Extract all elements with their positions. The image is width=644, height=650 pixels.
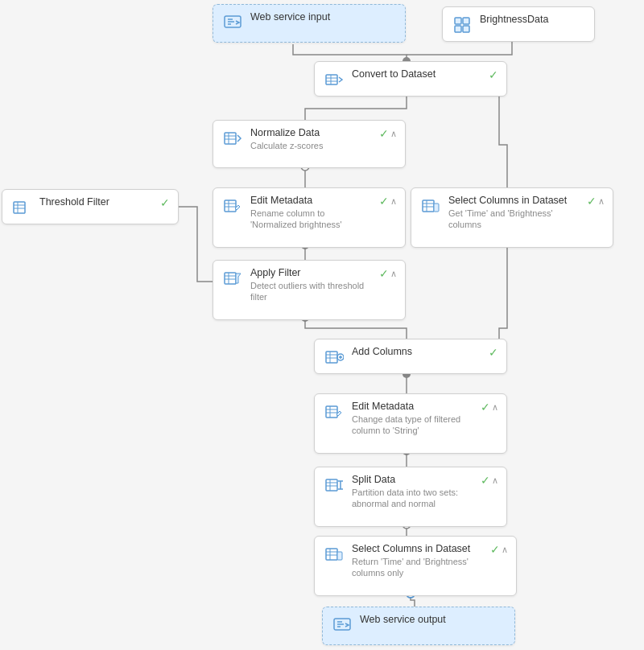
split-data-subtitle: Partition data into two sets:abnormal an…	[352, 487, 471, 510]
split-data-check: ✓	[481, 474, 490, 487]
add-columns-title: Add Columns	[352, 346, 479, 357]
web-service-input-icon	[221, 11, 244, 34]
select-columns-2-collapse[interactable]: ∧	[502, 545, 508, 555]
convert-dataset-icon	[323, 68, 345, 91]
add-columns-status: ✓	[485, 346, 498, 359]
svg-rect-14	[455, 26, 461, 32]
add-columns-check: ✓	[489, 346, 498, 359]
edit-metadata-1-status: ✓ ∧	[376, 195, 397, 208]
web-service-input-node[interactable]: Web service input	[213, 4, 406, 43]
convert-dataset-status: ✓	[485, 68, 498, 81]
web-service-output-content: Web service output	[360, 614, 506, 627]
threshold-filter-status: ✓	[157, 196, 170, 209]
edit-metadata-1-node[interactable]: Edit Metadata Rename column to'Normalize…	[213, 187, 406, 248]
add-columns-content: Add Columns	[352, 346, 479, 359]
workflow-canvas: Web service input BrightnessData	[0, 0, 644, 650]
select-columns-1-title: Select Columns in Dataset	[448, 195, 577, 206]
convert-to-dataset-node[interactable]: Convert to Dataset ✓	[314, 61, 507, 97]
select-columns-2-subtitle: Return 'Time' and 'Brightness'columns on…	[352, 556, 481, 579]
edit-metadata-2-subtitle: Change data type of filteredcolumn to 'S…	[352, 413, 471, 437]
normalize-data-node[interactable]: Normalize Data Calculate z-scores ✓ ∧	[213, 120, 406, 168]
brightness-data-content: BrightnessData	[480, 14, 586, 27]
select-columns-1-collapse[interactable]: ∧	[598, 196, 605, 207]
apply-filter-title: Apply Filter	[250, 267, 369, 278]
select-columns-2-content: Select Columns in Dataset Return 'Time' …	[352, 543, 481, 579]
edit-metadata-1-icon	[221, 195, 244, 217]
svg-rect-32	[423, 200, 434, 212]
svg-rect-48	[326, 406, 337, 418]
svg-rect-36	[434, 204, 439, 212]
select-columns-1-status: ✓ ∧	[584, 195, 605, 208]
svg-rect-37	[225, 273, 236, 284]
normalize-data-icon	[221, 127, 244, 150]
select-columns-2-icon	[323, 543, 345, 566]
apply-filter-node[interactable]: Apply Filter Detect outliers with thresh…	[213, 260, 406, 320]
brightness-data-title: BrightnessData	[480, 14, 586, 25]
edit-metadata-1-check: ✓	[379, 195, 389, 208]
add-columns-icon	[323, 346, 345, 368]
select-columns-2-status: ✓ ∧	[487, 543, 508, 556]
svg-rect-15	[463, 26, 469, 32]
select-columns-1-icon	[419, 195, 442, 217]
split-data-collapse[interactable]: ∧	[492, 475, 498, 486]
apply-filter-collapse[interactable]: ∧	[390, 269, 397, 279]
edit-metadata-2-collapse[interactable]: ∧	[492, 402, 498, 413]
split-data-title: Split Data	[352, 474, 471, 485]
threshold-filter-icon	[10, 196, 33, 219]
threshold-filter-node[interactable]: Threshold Filter ✓	[2, 189, 179, 224]
edit-metadata-2-title: Edit Metadata	[352, 401, 471, 412]
svg-rect-60	[337, 552, 342, 560]
convert-dataset-check: ✓	[489, 68, 498, 81]
apply-filter-subtitle: Detect outliers with thresholdfilter	[250, 280, 369, 303]
web-service-output-node[interactable]: Web service output	[322, 607, 515, 645]
select-columns-2-node[interactable]: Select Columns in Dataset Return 'Time' …	[314, 536, 517, 596]
split-data-icon	[323, 474, 345, 496]
svg-rect-52	[326, 479, 337, 491]
apply-filter-check: ✓	[379, 267, 389, 280]
add-columns-node[interactable]: Add Columns ✓	[314, 339, 507, 374]
normalize-data-collapse[interactable]: ∧	[390, 129, 397, 139]
split-data-content: Split Data Partition data into two sets:…	[352, 474, 471, 510]
split-data-node[interactable]: Split Data Partition data into two sets:…	[314, 467, 507, 527]
select-columns-1-check: ✓	[587, 195, 597, 208]
web-service-input-title: Web service input	[250, 11, 397, 23]
normalize-data-title: Normalize Data	[250, 127, 369, 138]
svg-rect-20	[225, 133, 236, 144]
select-columns-1-subtitle: Get 'Time' and 'Brightness'columns	[448, 208, 577, 231]
convert-dataset-content: Convert to Dataset	[352, 68, 479, 81]
web-service-input-content: Web service input	[250, 11, 397, 24]
svg-rect-24	[14, 202, 25, 213]
edit-metadata-2-check: ✓	[481, 401, 490, 413]
brightness-data-icon	[451, 14, 473, 36]
web-service-output-icon	[331, 614, 353, 636]
edit-metadata-2-content: Edit Metadata Change data type of filter…	[352, 401, 471, 437]
select-columns-1-content: Select Columns in Dataset Get 'Time' and…	[448, 195, 577, 231]
select-columns-1-node[interactable]: Select Columns in Dataset Get 'Time' and…	[411, 187, 613, 248]
web-service-output-title: Web service output	[360, 614, 506, 625]
split-data-status: ✓ ∧	[477, 474, 498, 487]
normalize-data-status: ✓ ∧	[376, 127, 397, 140]
normalize-data-content: Normalize Data Calculate z-scores	[250, 127, 369, 151]
svg-rect-41	[326, 352, 337, 363]
svg-rect-12	[455, 18, 461, 24]
edit-metadata-1-title: Edit Metadata	[250, 195, 369, 206]
threshold-filter-content: Threshold Filter	[39, 196, 151, 209]
normalize-data-subtitle: Calculate z-scores	[250, 140, 369, 151]
edit-metadata-1-content: Edit Metadata Rename column to'Normalize…	[250, 195, 369, 231]
edit-metadata-1-subtitle: Rename column to'Normalized brightness'	[250, 208, 369, 231]
apply-filter-icon	[221, 267, 244, 290]
convert-dataset-title: Convert to Dataset	[352, 68, 479, 80]
threshold-filter-check: ✓	[160, 196, 170, 209]
svg-rect-13	[463, 18, 469, 24]
select-columns-2-check: ✓	[490, 543, 500, 556]
edit-metadata-1-collapse[interactable]: ∧	[390, 196, 397, 207]
apply-filter-content: Apply Filter Detect outliers with thresh…	[250, 267, 369, 303]
select-columns-2-title: Select Columns in Dataset	[352, 543, 481, 554]
apply-filter-status: ✓ ∧	[376, 267, 397, 280]
edit-metadata-2-node[interactable]: Edit Metadata Change data type of filter…	[314, 393, 507, 454]
svg-rect-56	[326, 549, 337, 560]
brightness-data-node[interactable]: BrightnessData	[442, 6, 595, 42]
threshold-filter-title: Threshold Filter	[39, 196, 151, 208]
svg-rect-28	[225, 200, 236, 212]
edit-metadata-2-icon	[323, 401, 345, 423]
